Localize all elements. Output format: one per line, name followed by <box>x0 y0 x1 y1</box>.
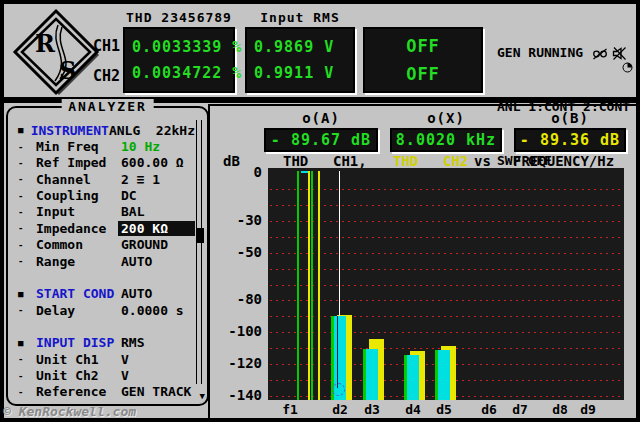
item-bullet-icon: - <box>12 387 36 397</box>
item-bullet-icon: - <box>12 354 36 364</box>
y-tick-label: -100 <box>220 323 262 339</box>
input-ch1-value: 0.9869 V <box>247 38 353 56</box>
bar-d3-ch1 <box>363 349 378 400</box>
param-label: Unit Ch2 <box>36 368 121 383</box>
param-label: Min Freq <box>36 139 121 154</box>
panel-row-unit-ch2[interactable]: -Unit Ch2V <box>12 367 195 383</box>
scroll-down-arrow-icon[interactable]: ▼ <box>200 391 205 401</box>
gridline <box>270 285 622 286</box>
x-tick-label: f1 <box>282 402 298 417</box>
panel-row-instrument[interactable]: ■INSTRUMENTANLG 22kHz <box>12 122 195 138</box>
panel-row-input[interactable]: -InputBAL <box>12 204 195 220</box>
chart-title-thd1: THD <box>283 153 308 169</box>
chart-title-thd2: THD <box>393 153 418 169</box>
ch2-label: CH2 <box>93 67 120 85</box>
input-meter-display: 0.9869 V 0.9911 V <box>245 27 355 93</box>
input-meter-title: Input RMS <box>245 10 355 25</box>
section-bullet-icon: ■ <box>12 289 36 299</box>
panel-row-channel[interactable]: -Channel2 ≡ 1 <box>12 171 195 187</box>
x-tick-label: d6 <box>481 402 497 417</box>
logo-letter-s: S <box>59 56 76 85</box>
panel-row-reference[interactable]: -ReferenceGEN TRACK <box>12 384 195 400</box>
panel-row-common[interactable]: -CommonGROUND <box>12 237 195 253</box>
param-value: RMS <box>121 335 195 350</box>
panel-scrollbar-thumb[interactable] <box>196 228 204 243</box>
cursor-line <box>339 171 340 316</box>
param-label: INPUT DISP <box>36 335 121 350</box>
item-bullet-icon: - <box>12 191 36 201</box>
item-bullet-icon: - <box>12 305 36 315</box>
param-label: Channel <box>36 172 121 187</box>
cursor-x-display: 8.0020 kHz <box>390 128 502 152</box>
panel-row-ref-imped[interactable]: -Ref Imped600.00 Ω <box>12 155 195 171</box>
param-value: 200 KΩ <box>118 221 195 236</box>
y-tick-label: -80 <box>220 291 262 307</box>
gridline <box>270 300 622 301</box>
logo-letter-r: R <box>35 29 56 58</box>
panel-row-min-freq[interactable]: -Min Freq10 Hz <box>12 138 195 154</box>
param-label: INSTRUMENT <box>31 123 109 138</box>
item-bullet-icon: - <box>12 207 36 217</box>
panel-row-impedance[interactable]: -Impedance200 KΩ <box>12 220 195 236</box>
item-bullet-icon: - <box>12 240 36 250</box>
aux-row2-value: OFF <box>365 64 481 84</box>
gridline <box>270 316 622 317</box>
x-tick-label: d7 <box>512 402 528 417</box>
panel-spacer <box>12 318 195 334</box>
y-tick-label: 0 <box>220 164 262 180</box>
input-ch2-value: 0.9911 V <box>247 64 353 82</box>
x-tick-label: d9 <box>580 402 596 417</box>
param-value: DC <box>121 188 195 203</box>
item-bullet-icon: - <box>12 256 36 266</box>
panel-title: ANALYZER <box>61 99 154 114</box>
speaker-muted-icon <box>612 47 627 60</box>
y-tick-label: -120 <box>220 355 262 371</box>
section-bullet-icon: ■ <box>12 125 31 135</box>
param-label: Common <box>36 237 121 252</box>
param-value: ANLG 22kHz <box>109 123 195 138</box>
cursor-line-inner <box>337 316 338 388</box>
param-value: 600.00 Ω <box>121 155 195 170</box>
gridline <box>270 237 622 238</box>
cursor-a-label: o(A) <box>264 110 378 126</box>
aux-meter-display: OFF OFF <box>363 27 483 93</box>
gridline <box>270 205 622 206</box>
section-bullet-icon: ■ <box>12 338 36 348</box>
item-bullet-icon: - <box>12 371 36 381</box>
panel-row-range[interactable]: -RangeAUTO <box>12 253 195 269</box>
param-value: 10 Hz <box>121 139 195 154</box>
gen-status-line: GEN RUNNING <box>497 44 630 62</box>
y-tick-label: -140 <box>220 387 262 403</box>
panel-row-unit-ch1[interactable]: -Unit Ch1V <box>12 351 195 367</box>
bar-d5-ch1 <box>435 350 450 400</box>
cursor-b-display: - 89.36 dB <box>514 128 626 152</box>
x-tick-label: d2 <box>332 402 348 417</box>
instrument-screen: R S CH1 CH2 THD 23456789 0.0033339 % 0.0… <box>0 0 640 422</box>
gridline <box>270 189 622 190</box>
item-bullet-icon: - <box>12 174 36 184</box>
chart-title-ch1: CH1, <box>333 153 367 169</box>
cursor-b-label: o(B) <box>514 110 626 126</box>
bar-f1-ch1 <box>297 171 313 400</box>
panel-row-input-disp[interactable]: ■INPUT DISPRMS <box>12 335 195 351</box>
panel-row-coupling[interactable]: -CouplingDC <box>12 187 195 203</box>
param-label: Delay <box>36 303 121 318</box>
bar-d4-ch1 <box>404 355 419 400</box>
watermark: © KenRockwell.com <box>3 404 136 419</box>
panel-scrollbar-track[interactable] <box>196 120 202 384</box>
x-tick-label: d8 <box>552 402 568 417</box>
thd-ch1-value: 0.0033339 % <box>125 38 233 56</box>
item-bullet-icon: - <box>12 158 36 168</box>
aux-row1-value: OFF <box>365 36 481 56</box>
param-value: V <box>121 368 195 383</box>
x-tick-label: d4 <box>405 402 421 417</box>
chart-title-vs: vs <box>474 153 491 169</box>
param-label: Input <box>36 204 121 219</box>
analyzer-rows: ■INSTRUMENTANLG 22kHz-Min Freq10 Hz-Ref … <box>12 122 195 400</box>
y-tick-label: -50 <box>220 244 262 260</box>
panel-row-start-cond[interactable]: ■START CONDAUTO <box>12 286 195 302</box>
panel-row-delay[interactable]: -Delay0.0000 s <box>12 302 195 318</box>
param-label: Ref Imped <box>36 155 121 170</box>
gridline <box>270 269 622 270</box>
bar-f1-ch1-cap <box>301 171 308 173</box>
